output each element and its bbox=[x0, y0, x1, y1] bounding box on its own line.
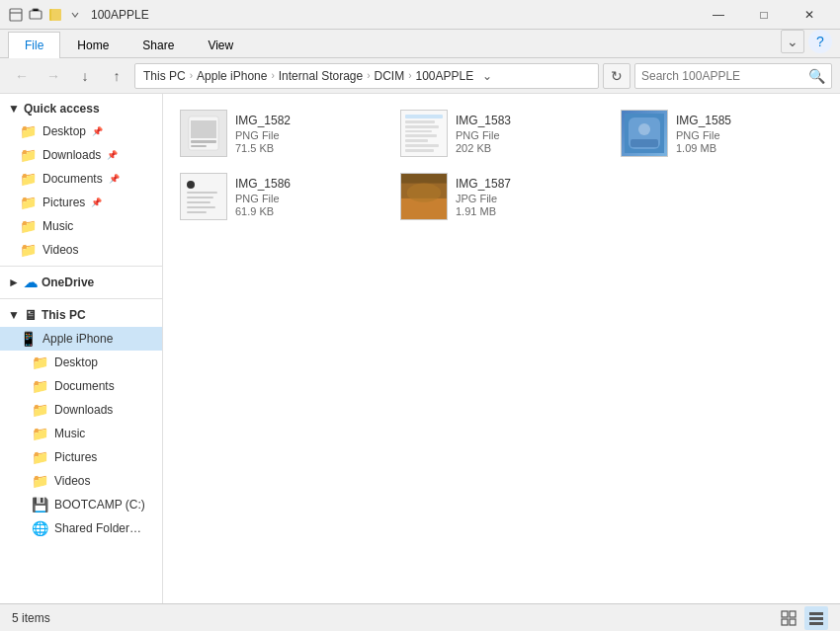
sidebar-item-downloads[interactable]: 📁 Downloads 📌 bbox=[0, 143, 162, 167]
sidebar-item-bootcamp[interactable]: 💾 BOOTCAMP (C:) bbox=[0, 493, 162, 516]
help-button[interactable]: ? bbox=[808, 30, 832, 53]
view-controls bbox=[777, 606, 828, 630]
folder-icon: 📁 bbox=[32, 473, 48, 489]
svg-rect-22 bbox=[809, 617, 823, 620]
sidebar-divider-1 bbox=[0, 266, 162, 267]
close-button[interactable]: ✕ bbox=[787, 0, 832, 30]
ribbon-collapse-btn[interactable]: ⌄ bbox=[781, 30, 804, 53]
sidebar-item-label: Documents bbox=[54, 379, 115, 393]
sidebar-item-desktop-2[interactable]: 📁 Desktop bbox=[0, 351, 162, 374]
file-thumb-img1587 bbox=[400, 173, 448, 220]
qat-icon-1[interactable] bbox=[8, 7, 24, 23]
file-info-img1585: IMG_1585 PNG File 1.09 MB bbox=[676, 114, 823, 154]
sidebar-item-downloads-2[interactable]: 📁 Downloads bbox=[0, 398, 162, 422]
file-type: PNG File bbox=[235, 129, 382, 141]
tab-home[interactable]: Home bbox=[60, 32, 126, 58]
tab-file[interactable]: File bbox=[8, 32, 60, 58]
sidebar-group-onedrive[interactable]: ► ☁ OneDrive bbox=[0, 271, 162, 294]
thispc-label: This PC bbox=[42, 308, 86, 322]
breadcrumb-dcim[interactable]: DCIM bbox=[375, 69, 405, 83]
svg-point-11 bbox=[638, 123, 650, 135]
medium-icons-view-btn[interactable] bbox=[777, 606, 800, 630]
sidebar-item-music-2[interactable]: 📁 Music bbox=[0, 422, 162, 445]
search-icon[interactable]: 🔍 bbox=[808, 68, 825, 84]
breadcrumb-dropdown[interactable]: ⌄ bbox=[477, 69, 497, 83]
breadcrumb-100apple[interactable]: 100APPLE bbox=[416, 69, 474, 83]
sidebar-item-pictures[interactable]: 📁 Pictures 📌 bbox=[0, 191, 162, 214]
folder-icon: 📁 bbox=[32, 402, 48, 418]
forward-button[interactable]: → bbox=[40, 62, 67, 90]
breadcrumb-thispc[interactable]: This PC bbox=[143, 69, 186, 83]
back-button[interactable]: ← bbox=[8, 62, 36, 90]
pin-icon: 📌 bbox=[91, 197, 102, 207]
chevron-down-icon: ▼ bbox=[8, 308, 20, 322]
sidebar-item-label: Music bbox=[42, 219, 73, 233]
file-type: JPG File bbox=[456, 193, 603, 204]
file-name: IMG_1586 bbox=[235, 177, 382, 191]
search-input[interactable] bbox=[641, 69, 804, 83]
file-name: IMG_1583 bbox=[456, 114, 603, 127]
refresh-button[interactable]: ↻ bbox=[603, 63, 630, 89]
maximize-button[interactable]: □ bbox=[741, 0, 787, 30]
sidebar-item-label: BOOTCAMP (C:) bbox=[54, 498, 145, 512]
sidebar-item-desktop[interactable]: 📁 Desktop 📌 bbox=[0, 119, 162, 143]
breadcrumb-iphone[interactable]: Apple iPhone bbox=[197, 69, 267, 83]
ribbon-tabs: File Home Share View ⌄ ? bbox=[0, 30, 840, 57]
sidebar-item-label: Desktop bbox=[42, 124, 86, 138]
search-box: 🔍 bbox=[634, 63, 832, 89]
nav-bar: ← → ↓ ↑ This PC › Apple iPhone › Interna… bbox=[0, 58, 840, 94]
ribbon: File Home Share View ⌄ ? bbox=[0, 30, 840, 58]
svg-rect-21 bbox=[809, 612, 823, 615]
tab-share[interactable]: Share bbox=[126, 32, 191, 58]
chevron-down-icon: ▼ bbox=[8, 102, 20, 116]
file-item-img1585[interactable]: IMG_1585 PNG File 1.09 MB bbox=[612, 102, 832, 165]
sidebar-group-thispc[interactable]: ▼ 🖥 This PC bbox=[0, 303, 162, 327]
sidebar-item-pictures-2[interactable]: 📁 Pictures bbox=[0, 445, 162, 469]
qat-icon-3[interactable] bbox=[47, 7, 63, 23]
main-layout: ▼ Quick access 📁 Desktop 📌 📁 Downloads 📌… bbox=[0, 94, 840, 603]
file-item-img1586[interactable]: IMG_1586 PNG File 61.9 KB bbox=[171, 165, 391, 228]
folder-icon: 📁 bbox=[20, 171, 37, 187]
up-button[interactable]: ↑ bbox=[103, 62, 130, 90]
recent-button[interactable]: ↓ bbox=[71, 62, 99, 90]
sidebar-item-apple-iphone[interactable]: 📱 Apple iPhone bbox=[0, 327, 162, 351]
file-info-img1582: IMG_1582 PNG File 71.5 KB bbox=[235, 114, 382, 154]
sidebar-item-music[interactable]: 📁 Music bbox=[0, 214, 162, 238]
svg-rect-1 bbox=[30, 11, 42, 19]
sidebar-item-videos[interactable]: 📁 Videos bbox=[0, 238, 162, 262]
file-name: IMG_1587 bbox=[456, 177, 603, 191]
content-area: IMG_1582 PNG File 71.5 KB IMG_1583 PNG F… bbox=[163, 94, 840, 603]
sidebar-item-label: Videos bbox=[54, 474, 90, 488]
tab-view[interactable]: View bbox=[191, 32, 250, 58]
onedrive-icon: ☁ bbox=[24, 275, 38, 290]
folder-icon: 📁 bbox=[20, 123, 37, 139]
sidebar-item-documents-2[interactable]: 📁 Documents bbox=[0, 374, 162, 398]
sidebar-item-shared[interactable]: 🌐 Shared Folders (V bbox=[0, 516, 162, 540]
sidebar-group-quick-access[interactable]: ▼ Quick access bbox=[0, 98, 162, 119]
svg-rect-6 bbox=[191, 120, 216, 138]
file-thumb-img1582 bbox=[180, 110, 227, 157]
qat-dropdown[interactable] bbox=[67, 7, 83, 23]
chevron-right-icon: ► bbox=[8, 276, 20, 289]
file-item-img1587[interactable]: IMG_1587 JPG File 1.91 MB bbox=[391, 165, 612, 228]
file-thumb-img1585 bbox=[621, 110, 668, 157]
sidebar-item-label: Pictures bbox=[54, 450, 97, 464]
qat-icon-2[interactable] bbox=[28, 7, 43, 23]
file-item-img1582[interactable]: IMG_1582 PNG File 71.5 KB bbox=[171, 102, 391, 165]
pc-icon: 🖥 bbox=[24, 307, 38, 323]
svg-point-16 bbox=[407, 184, 442, 202]
pin-icon: 📌 bbox=[107, 150, 118, 160]
sidebar-item-documents[interactable]: 📁 Documents 📌 bbox=[0, 167, 162, 191]
minimize-button[interactable]: — bbox=[696, 0, 741, 30]
folder-icon: 📁 bbox=[20, 218, 37, 234]
sep-2: › bbox=[271, 70, 274, 81]
details-view-btn[interactable] bbox=[804, 606, 828, 630]
svg-rect-18 bbox=[790, 611, 796, 617]
sidebar-item-videos-2[interactable]: 📁 Videos bbox=[0, 469, 162, 493]
file-thumb-img1586 bbox=[180, 173, 227, 220]
sidebar-item-label: Downloads bbox=[42, 148, 101, 162]
sidebar-divider-2 bbox=[0, 298, 162, 299]
file-item-img1583[interactable]: IMG_1583 PNG File 202 KB bbox=[391, 102, 612, 165]
breadcrumb-internal[interactable]: Internal Storage bbox=[279, 69, 363, 83]
folder-icon: 📁 bbox=[20, 147, 37, 163]
